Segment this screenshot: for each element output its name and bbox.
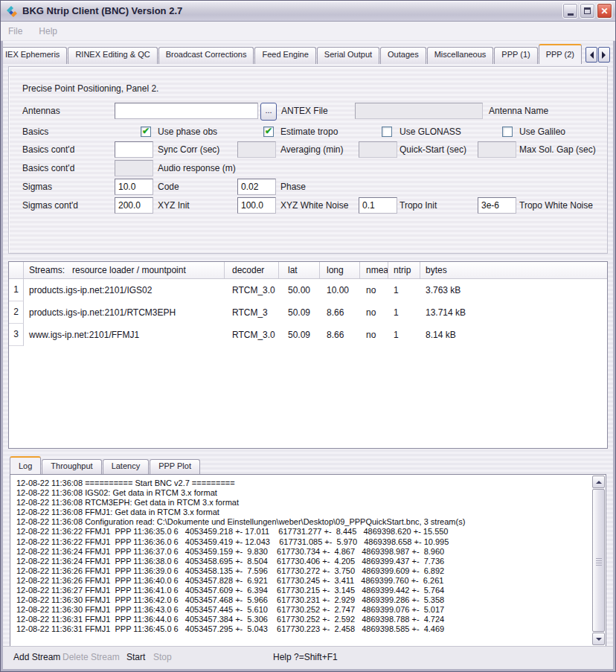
close-button[interactable]: ✕ [597, 3, 612, 19]
log-line: 12-08-22 11:36:08 Configuration read: C:… [16, 517, 592, 527]
sigma-code-input[interactable] [115, 179, 153, 195]
log-line: 12-08-22 11:36:22 FFMJ1 PPP 11:36:35.0 6… [16, 527, 592, 537]
menu-file[interactable]: File [8, 26, 22, 36]
use-galileo-label: Use Galileo [519, 124, 565, 140]
header-bytes: bytes [420, 262, 607, 278]
use-galileo-checkbox[interactable] [502, 127, 513, 137]
tab-scroll-left-button[interactable] [585, 47, 597, 63]
log-scrollbar [592, 476, 605, 645]
app-window: BKG Ntrip Client (BNC) Version 2.7 ✕ Fil… [0, 0, 616, 672]
log-line: 12-08-22 11:36:08 IGS02: Get data in RTC… [16, 488, 592, 498]
cell-decoder: RTCM_3.0 [225, 279, 279, 301]
log-line: 12-08-22 11:36:30 FFMJ1 PPP 11:36:42.0 6… [16, 595, 592, 605]
maximize-icon [584, 7, 591, 14]
title-bar: BKG Ntrip Client (BNC) Version 2.7 ✕ [1, 1, 615, 22]
tab-latency[interactable]: Latency [103, 459, 150, 474]
scroll-up-button[interactable] [592, 476, 605, 488]
menu-help[interactable]: Help [39, 26, 57, 36]
stream-row-3[interactable]: 3 www.igs-ip.net:2101/FFMJ1 RTCM_3.0 50.… [9, 324, 607, 346]
up-arrow-icon [596, 478, 602, 484]
max-sol-gap-label: Max Sol. Gap (sec) [519, 141, 596, 158]
header-long: long [320, 262, 360, 278]
tab-rinex-ephemeris[interactable]: IEX Ephemeris [3, 47, 67, 64]
estimate-tropo-checkbox[interactable] [263, 127, 274, 137]
sigmas-label: Sigmas [22, 179, 52, 195]
sync-corr-input[interactable] [115, 141, 153, 158]
start-button[interactable]: Start [126, 652, 145, 662]
cell-mountpoint: products.igs-ip.net:2101/IGS02 [24, 279, 225, 301]
cell-lat: 50.00 [279, 279, 320, 301]
ppp-panel: Precise Point Positioning, Panel 2. Ante… [8, 66, 608, 254]
main-tab-bar: IEX Ephemeris RINEX Editing & QC Broadca… [3, 44, 613, 64]
sigma-phase-input[interactable] [237, 179, 276, 195]
tab-log[interactable]: Log [10, 456, 41, 474]
tropo-white-noise-input[interactable] [478, 197, 516, 214]
cell-ntrip: 1 [388, 301, 420, 324]
tab-ppp-1[interactable]: PPP (1) [494, 47, 537, 64]
stream-row-1[interactable]: 1 products.igs-ip.net:2101/IGS02 RTCM_3.… [9, 279, 607, 301]
add-stream-button[interactable]: Add Stream [13, 652, 60, 662]
antex-file-label: ANTEX File [281, 103, 328, 119]
tab-miscellaneous[interactable]: Miscellaneous [427, 47, 494, 64]
cell-mountpoint: www.igs-ip.net:2101/FFMJ1 [24, 324, 225, 346]
tab-rinex-editing-qc[interactable]: RINEX Editing & QC [68, 47, 157, 64]
bottom-tab-bar: Log Throughput Latency PPP Plot [10, 456, 608, 474]
row-number: 2 [9, 301, 24, 324]
use-glonass-label: Use GLONASS [400, 124, 461, 140]
tab-ppp-2[interactable]: PPP (2) [539, 44, 582, 64]
cell-bytes: 3.763 kB [420, 279, 607, 301]
cell-nmea: no [360, 301, 388, 324]
audio-response-input [115, 160, 153, 176]
minimize-button[interactable] [562, 3, 578, 19]
close-icon: ✕ [600, 6, 608, 16]
streams-table: Streams: resource loader / mountpoint de… [8, 261, 608, 449]
window-title: BKG Ntrip Client (BNC) Version 2.7 [22, 5, 562, 16]
header-ntrip: ntrip [388, 262, 420, 278]
averaging-input [237, 141, 276, 158]
log-line: 12-08-22 11:36:22 FFMJ1 PPP 11:36:36.0 6… [16, 537, 592, 547]
tab-feed-engine[interactable]: Feed Engine [254, 47, 315, 64]
log-line: 12-08-22 11:36:08 FFMJ1: Get data in RTC… [16, 508, 592, 517]
tropo-init-input[interactable] [359, 197, 397, 214]
tab-broadcast-corrections[interactable]: Broadcast Corrections [158, 47, 254, 64]
cell-ntrip: 1 [388, 324, 420, 346]
tab-outages[interactable]: Outages [380, 47, 426, 64]
stream-row-2[interactable]: 2 products.igs-ip.net:2101/RTCM3EPH RTCM… [9, 301, 607, 324]
antennas-input[interactable] [115, 103, 258, 119]
xyz-init-input[interactable] [115, 197, 153, 214]
audio-response-label: Audio response (m) [158, 160, 236, 176]
header-row-number [9, 262, 24, 278]
thumb-grip-icon [596, 560, 602, 561]
header-nmea: nmea [360, 262, 388, 278]
xyz-white-noise-input[interactable] [237, 197, 276, 214]
panel-title: Precise Point Positioning, Panel 2. [22, 80, 158, 97]
scrollbar-thumb[interactable] [592, 489, 605, 632]
cell-decoder: RTCM_3 [225, 301, 279, 324]
scroll-down-button[interactable] [592, 633, 605, 645]
menu-bar: File Help [1, 22, 615, 41]
tab-serial-output[interactable]: Serial Output [317, 47, 379, 64]
xyz-init-label: XYZ Init [158, 197, 190, 214]
use-glonass-checkbox[interactable] [382, 127, 392, 137]
maximize-button[interactable] [580, 3, 595, 19]
quick-start-label: Quick-Start (sec) [400, 141, 466, 158]
delete-stream-button: Delete Stream [62, 652, 120, 662]
header-mountpoint: Streams: resource loader / mountpoint [24, 262, 225, 278]
basics-label: Basics [22, 124, 48, 140]
antennas-label: Antennas [22, 103, 60, 119]
browse-button[interactable]: ... [260, 103, 277, 121]
tab-ppp-plot[interactable]: PPP Plot [150, 459, 200, 474]
use-phase-obs-checkbox[interactable] [141, 127, 151, 137]
antex-file-input [355, 103, 483, 119]
log-line: 12-08-22 11:36:08 RTCM3EPH: Get data in … [16, 498, 592, 508]
cell-lat: 50.09 [279, 301, 320, 324]
log-line: 12-08-22 11:36:30 FFMJ1 PPP 11:36:43.0 6… [16, 605, 592, 615]
tab-scroll-right-button[interactable] [598, 47, 610, 63]
minimize-icon [568, 13, 574, 16]
cell-ntrip: 1 [388, 279, 420, 301]
sigma-phase-label: Phase [280, 179, 306, 195]
cell-decoder: RTCM_3.0 [225, 324, 279, 346]
tab-throughput[interactable]: Throughput [42, 459, 101, 474]
max-sol-gap-input [478, 141, 516, 158]
cell-bytes: 13.714 kB [420, 301, 607, 324]
